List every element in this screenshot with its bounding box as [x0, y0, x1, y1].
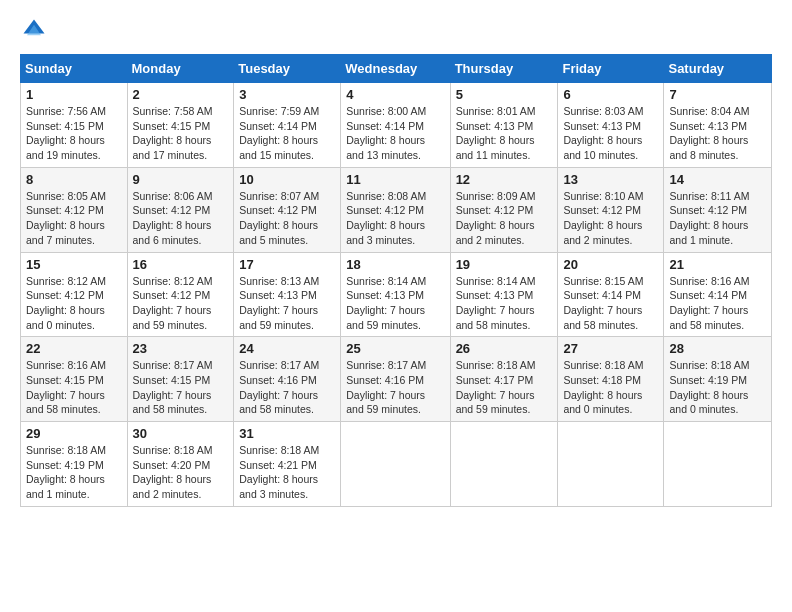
day-detail: Sunrise: 8:13 AM Sunset: 4:13 PM Dayligh…: [239, 274, 335, 333]
calendar-day-cell: 31 Sunrise: 8:18 AM Sunset: 4:21 PM Dayl…: [234, 422, 341, 507]
day-number: 2: [133, 87, 229, 102]
day-detail: Sunrise: 8:06 AM Sunset: 4:12 PM Dayligh…: [133, 189, 229, 248]
calendar-day-cell: 16 Sunrise: 8:12 AM Sunset: 4:12 PM Dayl…: [127, 252, 234, 337]
calendar-day-cell: 7 Sunrise: 8:04 AM Sunset: 4:13 PM Dayli…: [664, 83, 772, 168]
day-of-week-header: Tuesday: [234, 55, 341, 83]
day-number: 10: [239, 172, 335, 187]
day-detail: Sunrise: 8:05 AM Sunset: 4:12 PM Dayligh…: [26, 189, 122, 248]
day-detail: Sunrise: 8:11 AM Sunset: 4:12 PM Dayligh…: [669, 189, 766, 248]
day-detail: Sunrise: 8:15 AM Sunset: 4:14 PM Dayligh…: [563, 274, 658, 333]
day-of-week-header: Saturday: [664, 55, 772, 83]
day-detail: Sunrise: 7:59 AM Sunset: 4:14 PM Dayligh…: [239, 104, 335, 163]
calendar-day-cell: 29 Sunrise: 8:18 AM Sunset: 4:19 PM Dayl…: [21, 422, 128, 507]
calendar-day-cell: 4 Sunrise: 8:00 AM Sunset: 4:14 PM Dayli…: [341, 83, 450, 168]
page-header: [20, 16, 772, 44]
day-detail: Sunrise: 8:14 AM Sunset: 4:13 PM Dayligh…: [346, 274, 444, 333]
calendar-day-cell: 11 Sunrise: 8:08 AM Sunset: 4:12 PM Dayl…: [341, 167, 450, 252]
day-detail: Sunrise: 8:16 AM Sunset: 4:15 PM Dayligh…: [26, 358, 122, 417]
calendar-day-cell: 22 Sunrise: 8:16 AM Sunset: 4:15 PM Dayl…: [21, 337, 128, 422]
day-number: 8: [26, 172, 122, 187]
day-number: 19: [456, 257, 553, 272]
calendar-week-row: 8 Sunrise: 8:05 AM Sunset: 4:12 PM Dayli…: [21, 167, 772, 252]
calendar-week-row: 29 Sunrise: 8:18 AM Sunset: 4:19 PM Dayl…: [21, 422, 772, 507]
calendar-day-cell: 12 Sunrise: 8:09 AM Sunset: 4:12 PM Dayl…: [450, 167, 558, 252]
calendar-header-row: SundayMondayTuesdayWednesdayThursdayFrid…: [21, 55, 772, 83]
day-number: 5: [456, 87, 553, 102]
day-number: 14: [669, 172, 766, 187]
calendar-day-cell: 26 Sunrise: 8:18 AM Sunset: 4:17 PM Dayl…: [450, 337, 558, 422]
day-detail: Sunrise: 8:18 AM Sunset: 4:19 PM Dayligh…: [669, 358, 766, 417]
day-number: 29: [26, 426, 122, 441]
day-detail: Sunrise: 8:18 AM Sunset: 4:19 PM Dayligh…: [26, 443, 122, 502]
day-number: 15: [26, 257, 122, 272]
calendar-day-cell: 18 Sunrise: 8:14 AM Sunset: 4:13 PM Dayl…: [341, 252, 450, 337]
day-detail: Sunrise: 8:10 AM Sunset: 4:12 PM Dayligh…: [563, 189, 658, 248]
day-detail: Sunrise: 8:17 AM Sunset: 4:16 PM Dayligh…: [239, 358, 335, 417]
day-number: 17: [239, 257, 335, 272]
day-detail: Sunrise: 8:01 AM Sunset: 4:13 PM Dayligh…: [456, 104, 553, 163]
day-number: 22: [26, 341, 122, 356]
calendar-day-cell: 19 Sunrise: 8:14 AM Sunset: 4:13 PM Dayl…: [450, 252, 558, 337]
calendar-day-cell: 17 Sunrise: 8:13 AM Sunset: 4:13 PM Dayl…: [234, 252, 341, 337]
day-number: 4: [346, 87, 444, 102]
calendar-table: SundayMondayTuesdayWednesdayThursdayFrid…: [20, 54, 772, 507]
calendar-day-cell: 27 Sunrise: 8:18 AM Sunset: 4:18 PM Dayl…: [558, 337, 664, 422]
day-number: 30: [133, 426, 229, 441]
calendar-day-cell: 5 Sunrise: 8:01 AM Sunset: 4:13 PM Dayli…: [450, 83, 558, 168]
day-number: 1: [26, 87, 122, 102]
day-detail: Sunrise: 8:04 AM Sunset: 4:13 PM Dayligh…: [669, 104, 766, 163]
calendar-day-cell: 20 Sunrise: 8:15 AM Sunset: 4:14 PM Dayl…: [558, 252, 664, 337]
logo: [20, 16, 52, 44]
calendar-day-cell: 3 Sunrise: 7:59 AM Sunset: 4:14 PM Dayli…: [234, 83, 341, 168]
day-detail: Sunrise: 8:18 AM Sunset: 4:17 PM Dayligh…: [456, 358, 553, 417]
day-number: 28: [669, 341, 766, 356]
day-of-week-header: Monday: [127, 55, 234, 83]
calendar-day-cell: [341, 422, 450, 507]
day-number: 13: [563, 172, 658, 187]
day-detail: Sunrise: 8:00 AM Sunset: 4:14 PM Dayligh…: [346, 104, 444, 163]
calendar-day-cell: 6 Sunrise: 8:03 AM Sunset: 4:13 PM Dayli…: [558, 83, 664, 168]
calendar-week-row: 15 Sunrise: 8:12 AM Sunset: 4:12 PM Dayl…: [21, 252, 772, 337]
day-number: 11: [346, 172, 444, 187]
day-number: 24: [239, 341, 335, 356]
day-number: 23: [133, 341, 229, 356]
day-number: 18: [346, 257, 444, 272]
day-of-week-header: Wednesday: [341, 55, 450, 83]
day-number: 6: [563, 87, 658, 102]
calendar-day-cell: 2 Sunrise: 7:58 AM Sunset: 4:15 PM Dayli…: [127, 83, 234, 168]
calendar-day-cell: 1 Sunrise: 7:56 AM Sunset: 4:15 PM Dayli…: [21, 83, 128, 168]
day-detail: Sunrise: 8:07 AM Sunset: 4:12 PM Dayligh…: [239, 189, 335, 248]
day-number: 16: [133, 257, 229, 272]
day-of-week-header: Friday: [558, 55, 664, 83]
calendar-day-cell: 21 Sunrise: 8:16 AM Sunset: 4:14 PM Dayl…: [664, 252, 772, 337]
day-number: 26: [456, 341, 553, 356]
day-detail: Sunrise: 8:18 AM Sunset: 4:18 PM Dayligh…: [563, 358, 658, 417]
calendar-day-cell: [450, 422, 558, 507]
calendar-day-cell: 8 Sunrise: 8:05 AM Sunset: 4:12 PM Dayli…: [21, 167, 128, 252]
day-detail: Sunrise: 7:56 AM Sunset: 4:15 PM Dayligh…: [26, 104, 122, 163]
day-detail: Sunrise: 8:14 AM Sunset: 4:13 PM Dayligh…: [456, 274, 553, 333]
day-detail: Sunrise: 8:12 AM Sunset: 4:12 PM Dayligh…: [133, 274, 229, 333]
calendar-day-cell: 24 Sunrise: 8:17 AM Sunset: 4:16 PM Dayl…: [234, 337, 341, 422]
day-number: 31: [239, 426, 335, 441]
day-number: 7: [669, 87, 766, 102]
day-detail: Sunrise: 8:16 AM Sunset: 4:14 PM Dayligh…: [669, 274, 766, 333]
day-detail: Sunrise: 8:08 AM Sunset: 4:12 PM Dayligh…: [346, 189, 444, 248]
day-number: 25: [346, 341, 444, 356]
calendar-day-cell: 10 Sunrise: 8:07 AM Sunset: 4:12 PM Dayl…: [234, 167, 341, 252]
calendar-day-cell: 13 Sunrise: 8:10 AM Sunset: 4:12 PM Dayl…: [558, 167, 664, 252]
calendar-day-cell: 15 Sunrise: 8:12 AM Sunset: 4:12 PM Dayl…: [21, 252, 128, 337]
logo-icon: [20, 16, 48, 44]
day-number: 21: [669, 257, 766, 272]
calendar-day-cell: [664, 422, 772, 507]
calendar-day-cell: 14 Sunrise: 8:11 AM Sunset: 4:12 PM Dayl…: [664, 167, 772, 252]
day-detail: Sunrise: 8:18 AM Sunset: 4:21 PM Dayligh…: [239, 443, 335, 502]
calendar-day-cell: 28 Sunrise: 8:18 AM Sunset: 4:19 PM Dayl…: [664, 337, 772, 422]
day-detail: Sunrise: 8:09 AM Sunset: 4:12 PM Dayligh…: [456, 189, 553, 248]
day-detail: Sunrise: 8:18 AM Sunset: 4:20 PM Dayligh…: [133, 443, 229, 502]
calendar-day-cell: 30 Sunrise: 8:18 AM Sunset: 4:20 PM Dayl…: [127, 422, 234, 507]
calendar-day-cell: 23 Sunrise: 8:17 AM Sunset: 4:15 PM Dayl…: [127, 337, 234, 422]
day-number: 3: [239, 87, 335, 102]
calendar-week-row: 22 Sunrise: 8:16 AM Sunset: 4:15 PM Dayl…: [21, 337, 772, 422]
day-detail: Sunrise: 8:12 AM Sunset: 4:12 PM Dayligh…: [26, 274, 122, 333]
